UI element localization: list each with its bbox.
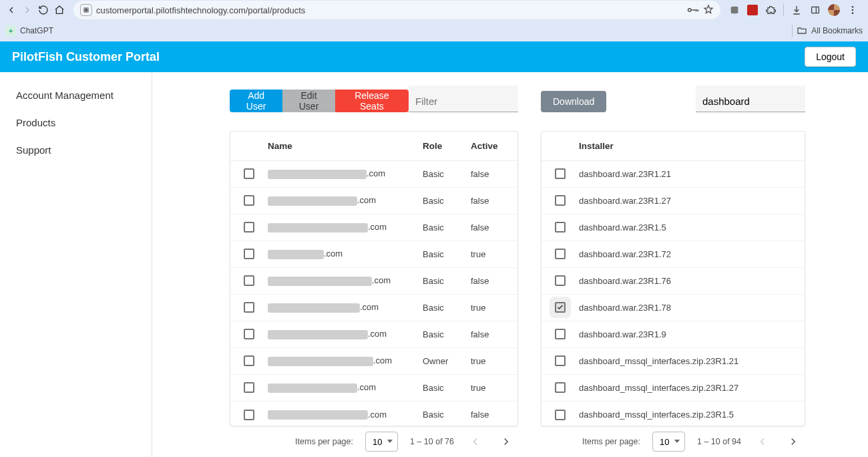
user-role-cell: Basic [423, 222, 471, 233]
table-row: .comOwnertrue [230, 348, 517, 375]
row-checkbox[interactable] [555, 410, 566, 420]
row-checkbox[interactable] [555, 382, 566, 393]
user-name-cell: .com [268, 410, 423, 420]
user-active-cell: false [471, 169, 517, 179]
side-panel-icon[interactable] [809, 4, 821, 16]
sidebar-item-account[interactable]: Account Management [0, 82, 152, 109]
inst-pg-range: 1 – 10 of 94 [697, 437, 741, 446]
installers-page-size-select[interactable]: 10 [652, 432, 685, 452]
row-checkbox[interactable] [244, 329, 254, 339]
user-active-cell: false [471, 196, 517, 206]
logout-button[interactable]: Logout [805, 47, 856, 67]
row-checkbox[interactable] [555, 329, 566, 339]
table-row: dashboard.war.23R1.9 [541, 321, 805, 348]
user-name-cell: .com [268, 222, 423, 233]
user-role-cell: Basic [423, 196, 471, 206]
extension-generic-icon[interactable] [728, 4, 740, 16]
row-checkbox[interactable] [555, 302, 566, 313]
svg-rect-2 [84, 11, 86, 13]
table-row: .comBasicfalse [230, 402, 517, 427]
row-checkbox[interactable] [555, 355, 566, 366]
address-bar[interactable]: customerportal.pilotfishtechnology.com/p… [73, 1, 720, 19]
svg-rect-5 [731, 7, 738, 14]
installer-name-cell: dashboard_mssql_interfaces.zip.23R1.21 [579, 356, 805, 366]
row-checkbox[interactable] [244, 222, 254, 233]
installer-name-cell: dashboard.war.23R1.72 [579, 249, 805, 259]
user-role-cell: Basic [423, 169, 471, 179]
user-name-cell: .com [268, 329, 423, 339]
download-button[interactable]: Download [541, 91, 606, 112]
users-pg-label: Items per page: [295, 437, 353, 446]
user-role-cell: Basic [423, 276, 471, 286]
user-name-cell: .com [268, 275, 423, 286]
users-prev-page-button [466, 432, 485, 451]
row-checkbox[interactable] [555, 249, 566, 259]
installer-name-cell: dashboard_mssql_interfaces.zip.23R1.5 [579, 410, 805, 420]
user-active-cell: false [471, 276, 517, 286]
user-name-cell: .com [268, 355, 423, 366]
installers-next-page-button[interactable] [784, 432, 803, 451]
table-row: .comBasicfalse [230, 214, 517, 241]
row-checkbox[interactable] [555, 222, 566, 233]
table-row: dashboard.war.23R1.5 [541, 214, 805, 241]
add-user-button[interactable]: Add User [230, 90, 282, 112]
row-checkbox[interactable] [555, 195, 566, 206]
table-row: .comBasictrue [230, 241, 517, 268]
col-header-active[interactable]: Active [471, 141, 517, 151]
col-header-role[interactable]: Role [423, 141, 471, 151]
row-checkbox[interactable] [244, 410, 254, 420]
row-checkbox[interactable] [244, 249, 254, 259]
sidebar-item-products[interactable]: Products [0, 109, 152, 136]
site-info-icon[interactable] [80, 4, 92, 16]
extensions-puzzle-icon[interactable] [765, 4, 777, 16]
installers-paginator: Items per page: 10 1 – 10 of 94 [541, 426, 805, 457]
release-seats-button[interactable]: Release Seats [335, 90, 409, 112]
chrome-divider [783, 4, 784, 16]
users-page-size-select[interactable]: 10 [365, 432, 398, 452]
url-text: customerportal.pilotfishtechnology.com/p… [96, 5, 305, 15]
bm-divider [792, 25, 793, 37]
profile-avatar-icon[interactable] [828, 4, 840, 16]
user-role-cell: Basic [423, 383, 471, 393]
edit-user-button[interactable]: Edit User [282, 90, 335, 112]
nav-back-button[interactable] [5, 4, 17, 16]
home-button[interactable] [53, 4, 65, 16]
svg-rect-1 [87, 8, 89, 10]
sidebar-item-support[interactable]: Support [0, 136, 152, 164]
row-checkbox[interactable] [244, 382, 254, 393]
password-key-icon[interactable] [687, 5, 699, 15]
user-active-cell: false [471, 329, 517, 339]
pdf-extension-icon[interactable] [747, 5, 758, 15]
col-header-name[interactable]: Name [268, 141, 423, 151]
col-header-installer[interactable]: Installer [579, 141, 805, 151]
row-checkbox[interactable] [244, 355, 254, 366]
bookmark-chatgpt[interactable]: ✦ ChatGPT [5, 25, 53, 36]
row-checkbox[interactable] [555, 168, 566, 179]
users-next-page-button[interactable] [497, 432, 515, 451]
users-filter-input[interactable] [409, 86, 518, 112]
row-checkbox[interactable] [244, 195, 254, 206]
downloads-icon[interactable] [791, 4, 803, 16]
row-checkbox[interactable] [555, 275, 566, 286]
table-row: dashboard.war.23R1.76 [541, 268, 805, 295]
row-checkbox[interactable] [244, 302, 254, 313]
user-role-cell: Basic [423, 410, 471, 420]
table-row: dashboard.war.23R1.78 [541, 295, 805, 321]
table-row: dashboard.war.23R1.21 [541, 161, 805, 188]
installer-name-cell: dashboard_mssql_interfaces.zip.23R1.27 [579, 383, 805, 393]
table-row: dashboard.war.23R1.72 [541, 241, 805, 268]
reload-button[interactable] [37, 4, 49, 16]
all-bookmarks-button[interactable]: All Bookmarks [792, 25, 863, 37]
row-checkbox[interactable] [244, 275, 254, 286]
row-checkbox[interactable] [244, 168, 254, 179]
installers-filter-input[interactable] [696, 86, 805, 112]
installer-name-cell: dashboard.war.23R1.78 [579, 303, 805, 313]
bookmark-star-icon[interactable] [703, 4, 714, 17]
table-row: .comBasicfalse [230, 161, 517, 188]
table-row: dashboard.war.23R1.27 [541, 188, 805, 214]
user-name-cell: .com [268, 195, 423, 206]
installer-name-cell: dashboard.war.23R1.21 [579, 169, 805, 179]
chrome-menu-icon[interactable] [847, 4, 859, 16]
user-name-cell: .com [268, 168, 423, 179]
table-row: .comBasicfalse [230, 321, 517, 348]
